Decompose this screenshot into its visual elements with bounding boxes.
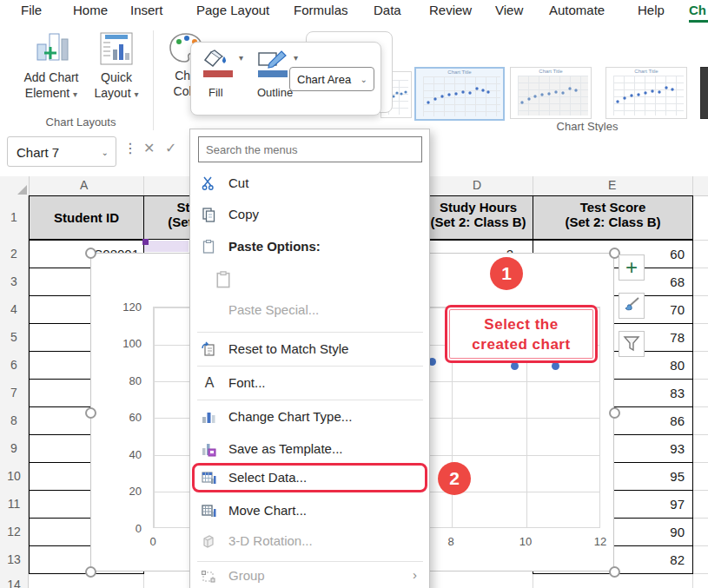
clipboard-icon [201, 239, 218, 256]
tab-view[interactable]: View [495, 3, 523, 21]
add-chart-element-button[interactable]: Add Chart Element ▾ [16, 30, 87, 102]
row-header-13[interactable]: 13 [0, 545, 29, 573]
row-header-8[interactable]: 8 [0, 406, 29, 434]
chart-handle-bottom-right[interactable] [609, 566, 620, 578]
menu-item-reset-to-match-style[interactable]: Reset to Match Style [190, 337, 429, 363]
outline-color-swatch [258, 70, 288, 77]
menu-item-label: 3-D Rotation... [228, 533, 313, 548]
menu-item-save-as-template[interactable]: Save as Template... [190, 437, 429, 463]
paste-clipboard-icon [214, 270, 231, 287]
tab-help[interactable]: Help [638, 3, 665, 21]
chart-handle-mid-left[interactable] [85, 407, 96, 419]
row-header-14[interactable]: 14 [0, 573, 29, 588]
tab-data[interactable]: Data [374, 3, 401, 21]
row-header-12[interactable]: 12 [0, 518, 29, 545]
outline-label: Outline [257, 86, 293, 99]
chart-layouts-group-label: Chart Layouts [16, 116, 146, 129]
thumb-caption: Chart Title [606, 68, 686, 75]
name-box[interactable]: Chart 7 ⌄ [7, 136, 116, 167]
chart-style-thumb-3[interactable]: Chart Title [605, 67, 687, 119]
select-all-triangle-icon [17, 185, 27, 195]
chevron-down-icon: ⌄ [102, 137, 109, 168]
header-cell-student-id[interactable]: Student ID [29, 195, 144, 240]
fill-button[interactable]: ▾ [202, 50, 232, 72]
chart-elements-button[interactable]: + [619, 254, 645, 281]
row-header-9[interactable]: 9 [0, 434, 29, 462]
row-header-10[interactable]: 10 [0, 462, 29, 490]
row-header-11[interactable]: 11 [0, 490, 29, 518]
enter-icon[interactable]: ✓ [165, 140, 176, 156]
chart-handle-bottom-left[interactable] [85, 566, 96, 578]
cancel-icon[interactable]: ✕ [143, 140, 155, 156]
menu-item-move-chart[interactable]: Move Chart... [190, 499, 429, 525]
row-header-7[interactable]: 7 [0, 379, 29, 406]
menu-item-group: Group › [190, 564, 429, 588]
chart-element-selector[interactable]: Chart Area ⌄ [289, 67, 374, 91]
row-header-5[interactable]: 5 [0, 323, 29, 351]
tab-home[interactable]: Home [73, 3, 108, 21]
quick-layout-button[interactable]: Quick Layout ▾ [89, 30, 144, 102]
chart-style-thumb-dark-partial[interactable] [700, 67, 708, 119]
quick-layout-label: Quick Layout [95, 70, 132, 100]
funnel-icon [622, 341, 641, 356]
step-1-callout: Select the created chart [445, 305, 598, 363]
chart-handle-mid-right[interactable] [609, 407, 620, 419]
row-header-6[interactable]: 6 [0, 351, 29, 379]
row-header-3[interactable]: 3 [0, 268, 29, 295]
y-tick-20: 20 [107, 485, 142, 498]
thumb-caption: Chart Title [511, 68, 591, 75]
row-header-2[interactable]: 2 [0, 240, 29, 268]
menu-item-font[interactable]: A Font... [190, 371, 429, 397]
tab-formulas[interactable]: Formulas [294, 3, 348, 21]
menu-item-change-chart-type[interactable]: Change Chart Type... [190, 405, 429, 431]
cube-icon [201, 533, 218, 551]
tab-page-layout[interactable]: Page Layout [196, 3, 269, 21]
outline-pencil-icon [257, 56, 287, 71]
tab-automate[interactable]: Automate [549, 3, 605, 21]
tab-chart-design[interactable]: Ch [689, 3, 706, 21]
select-all-corner[interactable] [0, 176, 30, 195]
menu-search-input[interactable] [198, 136, 422, 162]
column-header-e[interactable]: E [608, 178, 616, 192]
source-range-highlight [144, 241, 189, 252]
chevron-down-icon: ▾ [73, 89, 77, 99]
chart-style-thumb-1[interactable]: Chart Title [414, 67, 505, 121]
brush-icon [622, 303, 641, 318]
chart-style-thumb-2[interactable]: Chart Title [510, 67, 592, 119]
source-range-handle[interactable] [142, 239, 149, 245]
menu-item-label: Paste Special... [228, 302, 319, 317]
move-chart-icon [201, 503, 218, 520]
step-2-badge: 2 [438, 462, 471, 495]
column-header-a[interactable]: A [80, 178, 88, 192]
tab-insert[interactable]: Insert [130, 3, 163, 21]
header-cell-test-score[interactable]: Test Score (Set 2: Class B) [533, 195, 693, 240]
save-template-icon [201, 441, 218, 459]
name-box-options-icon[interactable]: ⋮ [123, 140, 137, 156]
tab-file[interactable]: File [21, 3, 42, 21]
header-e-line2: (Set 2: Class B) [533, 215, 692, 229]
paste-option-button[interactable] [190, 266, 429, 292]
column-header-d[interactable]: D [473, 178, 481, 192]
add-chart-element-label: Add Chart Element [23, 70, 78, 100]
context-menu: Cut Copy Paste Options: Paste Special... [189, 129, 430, 588]
add-chart-element-icon [32, 56, 70, 69]
row-header-4[interactable]: 4 [0, 295, 29, 323]
header-d-line1: Study Hours [424, 200, 533, 215]
chart-styles-button[interactable] [619, 293, 645, 319]
fill-label: Fill [208, 86, 223, 99]
tab-review[interactable]: Review [429, 3, 472, 21]
header-cell-study-hours-set2[interactable]: Study Hours (Set 2: Class B) [423, 195, 533, 240]
menu-item-cut[interactable]: Cut [190, 171, 429, 197]
fill-bucket-icon [202, 56, 232, 71]
outline-button[interactable]: ▾ [257, 50, 287, 72]
group-divider [153, 30, 154, 130]
ribbon-tab-bar: File Home Insert Page Layout Formulas Da… [0, 0, 708, 23]
menu-item-label: Copy [228, 207, 259, 221]
chart-handle-top-left[interactable] [85, 248, 96, 259]
x-tick-0: 0 [140, 535, 166, 548]
menu-item-copy[interactable]: Copy [190, 202, 429, 228]
chart-filters-button[interactable] [619, 331, 645, 357]
group-icon [201, 568, 218, 585]
font-icon: A [201, 375, 218, 393]
row-header-1[interactable]: 1 [0, 195, 29, 240]
